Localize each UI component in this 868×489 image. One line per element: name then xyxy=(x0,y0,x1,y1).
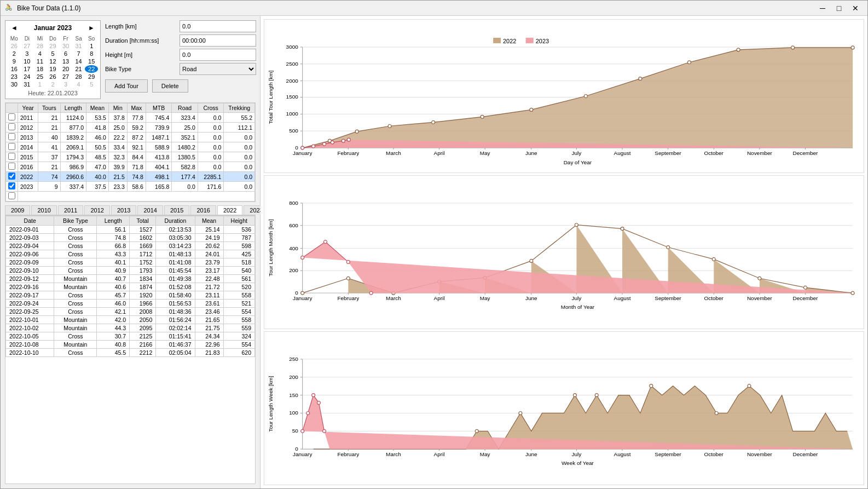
summary-table-row[interactable]: 2015 37 1794.3 48.5 32.3 84.4 413.8 1380… xyxy=(6,152,255,162)
detail-table-row[interactable]: 2022-09-16 Mountain 40.6 1874 01:52:08 2… xyxy=(6,283,255,291)
row-checkbox[interactable] xyxy=(8,172,15,180)
cal-day[interactable]: 4 xyxy=(72,80,85,88)
cal-day[interactable]: 27 xyxy=(21,42,34,50)
year-tab-2015[interactable]: 2015 xyxy=(164,205,189,215)
cal-day[interactable]: 4 xyxy=(33,50,47,57)
summary-table-row[interactable]: 2012 21 877.0 41.8 25.0 59.2 739.9 25.0 … xyxy=(6,123,255,133)
cal-day[interactable]: 29 xyxy=(47,42,60,50)
detail-table-row[interactable]: 2022-09-17 Cross 45.7 1920 01:58:40 23.1… xyxy=(6,291,255,300)
cal-day[interactable]: 31 xyxy=(21,80,34,88)
detail-table-row[interactable]: 2022-09-24 Cross 46.0 1966 01:56:53 23.6… xyxy=(6,300,255,308)
cal-day[interactable]: 7 xyxy=(72,50,85,57)
minimize-button[interactable]: ─ xyxy=(815,2,830,14)
detail-table-row[interactable]: 2022-10-08 Mountain 40.8 2166 01:46:37 2… xyxy=(6,341,255,349)
cal-day[interactable]: 14 xyxy=(72,57,85,65)
detail-table-row[interactable]: 2022-09-01 Cross 56.1 1527 02:13:53 25.1… xyxy=(6,226,255,234)
duration-input[interactable] xyxy=(180,34,256,47)
detail-table-row[interactable]: 2022-09-10 Cross 40.9 1793 01:45:54 23.1… xyxy=(6,267,255,275)
row-checkbox[interactable] xyxy=(8,113,15,120)
cal-day[interactable]: 2 xyxy=(8,50,21,57)
cal-day[interactable]: 30 xyxy=(59,42,72,50)
summary-table-row[interactable]: 2013 40 1839.2 46.0 22.2 87.2 1487.1 352… xyxy=(6,133,255,142)
detail-table-row[interactable]: 2022-09-04 Cross 66.8 1669 03:14:23 20.6… xyxy=(6,242,255,250)
cal-day[interactable]: 20 xyxy=(59,65,72,73)
row-check-cell[interactable] xyxy=(6,172,18,182)
height-input[interactable] xyxy=(180,49,256,61)
cal-day[interactable]: 24 xyxy=(21,73,34,80)
cal-day[interactable]: 21 xyxy=(72,65,85,73)
summary-table-row[interactable]: 2022 74 2960.6 40.0 21.5 74.8 498.1 177.… xyxy=(6,172,255,182)
row-checkbox[interactable] xyxy=(8,143,15,150)
cal-day-selected[interactable]: 22 xyxy=(85,65,98,73)
cal-day[interactable]: 28 xyxy=(72,73,85,80)
detail-table-row[interactable]: 2022-09-12 Mountain 40.7 1834 01:49:38 2… xyxy=(6,275,255,283)
detail-table-row[interactable]: 2022-10-01 Mountain 42.0 2050 01:56:24 2… xyxy=(6,316,255,324)
row-checkbox[interactable] xyxy=(8,153,15,160)
row-checkbox[interactable] xyxy=(8,123,15,130)
row-check-cell[interactable] xyxy=(6,192,18,202)
cal-day[interactable]: 16 xyxy=(8,65,21,73)
row-check-cell[interactable] xyxy=(6,123,18,133)
cal-day[interactable]: 25 xyxy=(33,73,47,80)
year-tab-2014[interactable]: 2014 xyxy=(137,205,163,215)
detail-table-row[interactable]: 2022-09-03 Cross 74.8 1602 03:05:30 24.1… xyxy=(6,234,255,242)
detail-table-row[interactable]: 2022-10-05 Cross 30.7 2125 01:15:41 24.3… xyxy=(6,332,255,341)
cal-day[interactable]: 10 xyxy=(21,57,34,65)
row-check-cell[interactable] xyxy=(6,182,18,192)
delete-button[interactable]: Delete xyxy=(152,79,188,93)
summary-table-row[interactable]: 2011 21 1124.0 53.5 37.8 77.8 745.4 323.… xyxy=(6,113,255,123)
cal-day[interactable]: 6 xyxy=(59,50,72,57)
row-checkbox[interactable] xyxy=(8,182,15,189)
row-checkbox[interactable] xyxy=(8,133,15,140)
cal-day[interactable]: 2 xyxy=(47,80,60,88)
cal-day[interactable]: 3 xyxy=(21,50,34,57)
close-button[interactable]: ✕ xyxy=(848,2,863,14)
row-check-cell[interactable] xyxy=(6,142,18,152)
cal-day[interactable]: 5 xyxy=(85,80,98,88)
year-tab-2011[interactable]: 2011 xyxy=(58,205,83,215)
cal-day[interactable]: 23 xyxy=(8,73,21,80)
summary-table-row[interactable]: 2023 9 337.4 37.5 23.3 58.6 165.8 0.0 17… xyxy=(6,182,255,192)
summary-table-row[interactable]: 2014 41 2069.1 50.5 33.4 92.1 588.9 1480… xyxy=(6,142,255,152)
maximize-button[interactable]: □ xyxy=(831,2,847,14)
cal-day[interactable]: 26 xyxy=(8,42,21,50)
cal-day[interactable]: 27 xyxy=(59,73,72,80)
year-tab-2009[interactable]: 2009 xyxy=(5,205,30,215)
year-tab-2013[interactable]: 2013 xyxy=(111,205,136,215)
cal-day[interactable]: 28 xyxy=(33,42,47,50)
row-check-cell[interactable] xyxy=(6,152,18,162)
row-check-cell[interactable] xyxy=(6,133,18,142)
cal-day[interactable]: 12 xyxy=(47,57,60,65)
detail-table-row[interactable]: 2022-10-10 Cross 45.5 2212 02:05:04 21.8… xyxy=(6,349,255,357)
year-tab-2012[interactable]: 2012 xyxy=(84,205,109,215)
year-tab-2022[interactable]: 2022 xyxy=(217,205,242,215)
detail-table-row[interactable]: 2022-09-09 Cross 40.1 1752 01:41:08 23.7… xyxy=(6,258,255,267)
detail-table-row[interactable]: 2022-09-06 Cross 43.3 1712 01:48:13 24.0… xyxy=(6,250,255,258)
year-tab-2010[interactable]: 2010 xyxy=(31,205,56,215)
cal-day[interactable]: 15 xyxy=(85,57,98,65)
summary-table-row[interactable] xyxy=(6,192,255,202)
row-checkbox[interactable] xyxy=(8,192,15,199)
cal-day[interactable]: 30 xyxy=(8,80,21,88)
cal-day[interactable]: 18 xyxy=(33,65,47,73)
detail-table-row[interactable]: 2022-09-25 Cross 42.1 2008 01:48:36 23.4… xyxy=(6,308,255,316)
bike-type-select[interactable]: Road Mountain Cross Trekking MTB xyxy=(180,63,256,75)
cal-day[interactable]: 8 xyxy=(85,50,98,57)
cal-day[interactable]: 11 xyxy=(33,57,47,65)
detail-table-row[interactable]: 2022-10-02 Mountain 44.3 2095 02:02:14 2… xyxy=(6,324,255,332)
cal-day[interactable]: 1 xyxy=(33,80,47,88)
row-check-cell[interactable] xyxy=(6,162,18,172)
add-tour-button[interactable]: Add Tour xyxy=(105,79,148,93)
row-check-cell[interactable] xyxy=(6,113,18,123)
length-input[interactable] xyxy=(180,20,256,32)
calendar-prev[interactable]: ◄ xyxy=(8,23,21,33)
calendar-next[interactable]: ► xyxy=(85,23,98,33)
cal-day[interactable]: 5 xyxy=(47,50,60,57)
cal-day[interactable]: 31 xyxy=(72,42,85,50)
cal-day[interactable]: 1 xyxy=(85,42,98,50)
summary-table-row[interactable]: 2016 21 986.9 47.0 39.9 71.8 404.1 582.8… xyxy=(6,162,255,172)
cal-day[interactable]: 19 xyxy=(47,65,60,73)
row-checkbox[interactable] xyxy=(8,163,15,170)
year-tab-2016[interactable]: 2016 xyxy=(190,205,216,215)
cal-day[interactable]: 29 xyxy=(85,73,98,80)
